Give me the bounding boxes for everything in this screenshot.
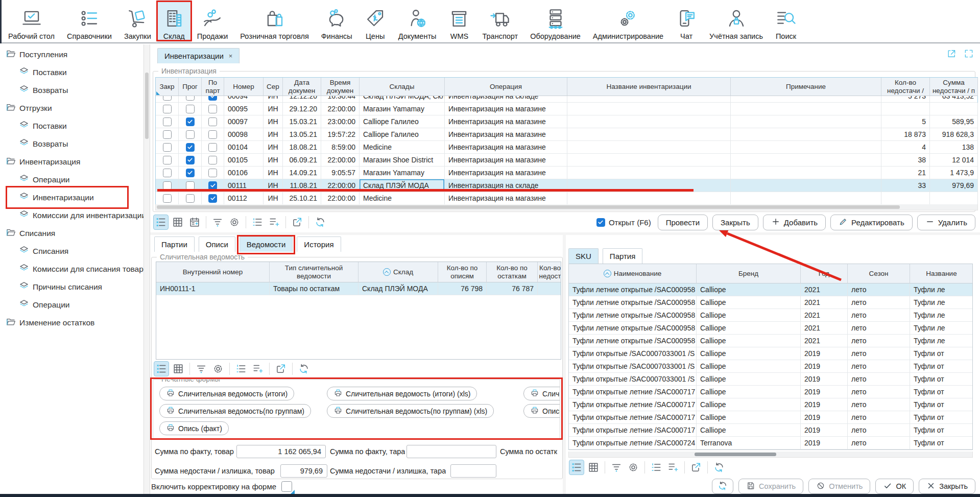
detail-tab-Партии[interactable]: Партии [154,236,195,252]
toolbar-item-equipment[interactable]: Оборудование [524,0,587,42]
toolbar-item-wms[interactable]: WMS [442,0,476,42]
column-header[interactable]: Операция [445,78,567,96]
sku-name2-cell[interactable]: Туфли ле [910,322,973,335]
sku-name2-cell[interactable]: Туфли ле [910,309,973,322]
shortage-sum-cell[interactable]: 979,69 [930,179,978,192]
sku-name-cell[interactable]: Туфли открытые /SAC0007033001 /S [569,347,697,360]
date-cell[interactable]: 12.12.20 [283,96,321,103]
sku-name-cell[interactable]: Туфли открытые летние /SAC000717 [569,386,697,398]
open-filter-toggle[interactable]: Открыт (F6) [596,218,651,227]
operation-cell[interactable]: Инвентаризация на магазине [445,192,567,205]
numbered-list-icon[interactable] [233,361,249,376]
closed-cell[interactable] [156,115,179,128]
shortage-sum-cell[interactable] [930,103,978,115]
date-cell[interactable]: 15.03.21 [283,115,321,128]
column-header[interactable]: Название [910,264,973,283]
closed-cell[interactable] [156,103,179,115]
note-cell[interactable] [731,192,881,205]
table-row[interactable]: Туфли открытые /SAC0007033001 /S Calliop… [569,360,972,373]
column-header[interactable]: По парт [202,78,224,96]
sku-horizontal-scrollbar[interactable] [568,452,973,458]
inventory-name-cell[interactable] [567,167,731,179]
posted-checkbox[interactable] [186,156,195,164]
view-list-icon[interactable] [154,361,169,376]
table-row[interactable]: 00097ИН15.03.2123:00:00Calliope ГалилеоИ… [156,115,977,128]
column-header[interactable]: Внутренний номер [156,262,270,282]
qty-by-lists-cell[interactable]: 76 798 [438,282,487,295]
number-cell[interactable]: 00095 [224,103,264,115]
edit-button[interactable]: Редактировать [830,215,913,230]
sidebar-item[interactable]: Отгрузки [0,99,144,117]
note-cell[interactable] [731,128,881,141]
column-header[interactable]: Дата докумен [283,78,321,96]
open-external-icon[interactable] [688,460,704,475]
shortage-sum-cell[interactable] [930,192,978,205]
shortage-tare-field[interactable] [450,464,496,478]
closed-cell[interactable] [156,141,179,154]
year-cell[interactable]: 2019 [801,386,848,398]
year-cell[interactable]: 2021 [801,296,848,309]
scrollbar-thumb[interactable] [695,453,776,456]
sidebar-item[interactable]: Возвраты [0,135,144,153]
column-header[interactable]: Название инвентаризации [567,78,731,96]
number-cell[interactable]: 00105 [224,154,264,167]
ok-button[interactable]: ОК [875,479,914,494]
by-party-checkbox[interactable] [208,194,217,203]
brand-cell[interactable]: Calliope [697,424,801,437]
table-row[interactable]: ИН00111-1 Товары по остаткам Склад ПЛЭЙ … [156,282,561,296]
column-header[interactable]: Год [801,264,848,283]
sku-name-cell[interactable]: Туфли летние открытые /SAC000958 [569,296,697,309]
sku-name-cell[interactable]: Туфли летние открытые /SAC000958 [569,283,697,296]
by-party-checkbox[interactable] [208,143,217,152]
brand-cell[interactable]: Calliope [697,347,801,360]
view-list-icon[interactable] [153,215,169,230]
season-cell[interactable]: лето [848,386,910,398]
sku-name2-cell[interactable]: Туфли от [910,360,973,373]
toolbar-item-purchases[interactable]: Закупки [118,0,157,42]
operation-cell[interactable]: Инвентаризация на магазине [445,115,567,128]
series-cell[interactable]: ИН [264,96,283,103]
closed-cell[interactable] [156,192,179,205]
time-cell[interactable]: 22:00:00 [321,103,360,115]
note-cell[interactable] [731,141,881,154]
internal-number-cell[interactable]: ИН00111-1 [156,282,270,295]
print-form-button[interactable]: Опись (факт) [159,421,229,435]
shortage-sum-cell[interactable]: 12 014 [930,154,978,167]
series-cell[interactable]: ИН [264,103,283,115]
year-cell[interactable]: 2019 [801,424,848,437]
sidebar-item[interactable]: Инвентаризации [0,188,144,206]
column-header[interactable]: Бренд [697,264,801,283]
season-cell[interactable]: лето [848,309,910,322]
column-header[interactable]: Кол-во недост [538,262,561,282]
time-cell[interactable]: 19:57:22 [321,128,360,141]
table-row[interactable]: Туфли открытые летние /SAC000717 Calliop… [569,411,972,424]
time-cell[interactable]: 22:00:00 [321,192,360,205]
note-cell[interactable] [731,154,881,167]
by-party-checkbox[interactable] [208,130,217,139]
brand-cell[interactable]: Calliope [697,309,801,322]
sidebar-item[interactable]: Инвентаризация [0,153,144,171]
by-party-cell[interactable] [202,141,224,154]
sku-name-cell[interactable]: Туфли летние открытые /SAC000958 [569,309,697,322]
time-cell[interactable]: 22:00:00 [321,179,360,192]
shortage-goods-field[interactable]: 979,69 [280,464,327,478]
by-party-cell[interactable] [202,154,224,167]
numbered-list-icon[interactable] [250,215,265,230]
closed-checkbox[interactable] [163,156,172,164]
column-header[interactable]: Сезон [848,264,910,283]
posted-checkbox[interactable] [186,130,195,139]
brand-cell[interactable]: Calliope [697,386,801,398]
posted-cell[interactable] [179,115,202,128]
number-cell[interactable]: 00106 [224,167,264,179]
time-cell[interactable]: 9:05:57 [321,167,360,179]
warehouse-cell[interactable]: Medicine [360,141,445,154]
view-grid-icon[interactable] [170,215,185,230]
column-header[interactable]: Время докумен [321,78,360,96]
year-cell[interactable]: 2019 [801,398,848,411]
sheet-type-cell[interactable]: Товары по остаткам [270,282,358,295]
shortage-sum-cell[interactable]: 138 [930,141,978,154]
warehouse-cell[interactable]: Магазин Yamamay [360,103,445,115]
brand-cell[interactable]: Calliope [697,296,801,309]
fact-goods-field[interactable]: 1 162 065,94 [236,445,326,458]
posted-cell[interactable] [179,141,202,154]
